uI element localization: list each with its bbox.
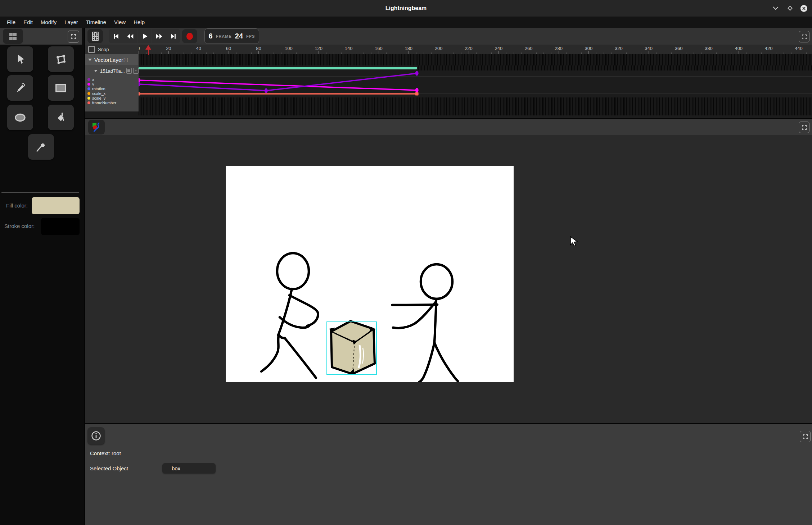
maximize-icon[interactable] (786, 4, 794, 12)
skip-to-end-button[interactable] (166, 29, 180, 43)
ruler-tick-label: 260 (522, 46, 536, 51)
ruler-tick (379, 51, 379, 54)
property-row-frameNumber[interactable]: frameNumber (85, 100, 139, 105)
stick-figure-left[interactable] (261, 253, 318, 378)
snap-label: Snap (98, 47, 109, 52)
ruler-tick (619, 51, 619, 54)
stroke-color-swatch[interactable] (41, 218, 80, 235)
pencil-tool-button[interactable] (7, 75, 33, 101)
shapes-logo-icon (92, 122, 101, 132)
property-row-x[interactable]: x (85, 77, 139, 82)
menu-layer[interactable]: Layer (60, 17, 82, 28)
property-list: xyrotationscale_xscale_yframeNumber (85, 77, 139, 105)
keyframe-dot-frameNumber[interactable] (415, 92, 419, 96)
canvas-fullscreen-button[interactable] (799, 122, 809, 133)
selected-object-row: Selected Object box (90, 463, 216, 473)
fullscreen-icon (802, 434, 808, 440)
keyframe-span-bar[interactable] (139, 67, 417, 69)
skip-end-icon (170, 33, 177, 40)
transform-tool-button[interactable] (48, 46, 74, 72)
property-color-dot (87, 83, 90, 86)
menu-modify[interactable]: Modify (37, 17, 60, 28)
sublayer-row[interactable]: 151ad70a... ~ (85, 66, 139, 76)
ruler-tick (469, 51, 469, 54)
minimize-icon[interactable] (772, 4, 780, 12)
ruler-tick (289, 51, 289, 54)
playhead-stem (148, 49, 149, 55)
menu-help[interactable]: Help (130, 17, 149, 28)
select-arrow-icon (15, 54, 26, 65)
fast-forward-button[interactable] (152, 29, 166, 43)
selected-object-value[interactable]: box (162, 463, 216, 473)
ruler-tick-label: 100 (281, 46, 296, 51)
eyedropper-tool-button[interactable] (28, 134, 54, 160)
property-row-y[interactable]: y (85, 82, 139, 86)
box-object[interactable] (327, 321, 376, 374)
inspector-fullscreen-button[interactable] (800, 431, 811, 442)
frame-counter[interactable]: 6 FRAME 24 FPS (204, 28, 259, 44)
ruler-tick-label: 280 (551, 46, 566, 51)
property-row-rotation[interactable]: rotation (85, 86, 139, 91)
property-label: rotation (92, 87, 105, 91)
fullscreen-icon (70, 33, 77, 40)
select-tool-button[interactable] (7, 46, 33, 72)
curves-svg[interactable] (139, 54, 812, 118)
toolbox-fullscreen-button[interactable] (68, 31, 79, 43)
property-row-scale_y[interactable]: scale_y (85, 96, 139, 100)
skip-to-start-button[interactable] (109, 29, 123, 43)
shapes-logo-button[interactable] (88, 120, 105, 134)
keyframe-dot-x[interactable] (265, 88, 268, 93)
snap-checkbox[interactable] (88, 46, 95, 53)
film-button[interactable] (87, 29, 103, 43)
playhead[interactable] (145, 45, 151, 55)
paint-bucket-tool-button[interactable] (48, 105, 74, 130)
close-icon[interactable] (800, 4, 808, 12)
keyframe-dot-y[interactable] (139, 78, 140, 83)
mouse-cursor (569, 236, 578, 247)
ruler-tick (199, 51, 199, 54)
paint-bucket-icon (55, 112, 67, 123)
rectangle-tool-button[interactable] (48, 75, 74, 101)
film-icon (91, 31, 99, 41)
keyframe-dot-x[interactable] (415, 71, 419, 76)
fill-color-swatch[interactable] (32, 197, 80, 214)
menu-edit[interactable]: Edit (19, 17, 37, 28)
stage[interactable] (226, 166, 514, 382)
property-row-scale_x[interactable]: scale_x (85, 91, 139, 96)
keyframe-dot-frameNumber[interactable] (139, 92, 140, 96)
record-button[interactable] (182, 29, 197, 43)
menu-timeline[interactable]: Timeline (82, 17, 110, 28)
keyframe-dot-x[interactable] (139, 82, 140, 87)
collapse-triangle-icon[interactable] (94, 70, 98, 72)
keyframe-toggle-button[interactable] (126, 68, 132, 74)
menu-bar: FileEditModifyLayerTimelineViewHelp (0, 17, 812, 28)
layer-row-vectorlayer[interactable]: VectorLayer [L] (85, 54, 139, 65)
collapse-triangle-icon[interactable] (88, 59, 92, 61)
title-bar: Lightningbeam (0, 0, 812, 17)
ruler-tick (349, 51, 349, 54)
ruler[interactable]: 0204060801001201401601802002202402602803… (139, 45, 812, 54)
property-color-dot (87, 87, 90, 90)
ruler-tick (409, 51, 409, 54)
info-button[interactable] (87, 427, 105, 444)
stick-figure-right[interactable] (392, 264, 458, 382)
layer-name: VectorLayer (94, 57, 123, 63)
ellipse-tool-button[interactable] (7, 105, 33, 130)
fast-forward-icon (155, 33, 163, 40)
rewind-button[interactable] (123, 29, 137, 43)
keyframe-dot-y[interactable] (415, 88, 419, 93)
menu-view[interactable]: View (110, 17, 130, 28)
property-label: scale_y (92, 96, 105, 100)
ruler-tick (709, 51, 709, 54)
ruler-tick-label: 40 (191, 46, 206, 51)
canvas-panel (85, 119, 812, 423)
layer-badge: [L] (123, 58, 128, 62)
play-button[interactable] (137, 29, 152, 43)
property-label: frameNumber (92, 101, 116, 105)
timeline-fullscreen-button[interactable] (799, 31, 809, 42)
menu-file[interactable]: File (3, 17, 19, 28)
frame-unit-label: FRAME (216, 34, 232, 38)
property-label: y (92, 82, 94, 86)
panel-grid-button[interactable] (3, 29, 23, 44)
tween-button[interactable]: ~ (133, 68, 139, 74)
